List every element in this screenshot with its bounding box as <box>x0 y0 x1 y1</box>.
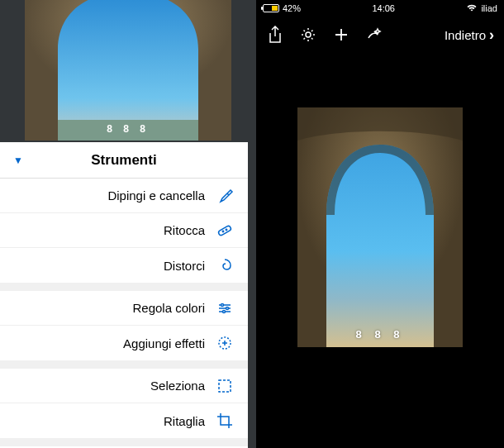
menu-item-add-effects[interactable]: Aggiungi effetti <box>0 326 248 360</box>
plus-icon[interactable] <box>332 26 350 44</box>
swirl-icon <box>215 255 235 275</box>
photo-canvas[interactable]: 8 8 8 <box>297 107 463 347</box>
chevron-right-icon: › <box>489 26 494 44</box>
top-toolbar: Indietro › <box>256 17 504 53</box>
svg-rect-11 <box>219 380 231 392</box>
svg-point-9 <box>223 310 226 312</box>
menu-item-paint[interactable]: Dipingi e cancella <box>0 179 248 213</box>
status-time: 14:06 <box>372 3 395 13</box>
menu-label: Aggiungi effetti <box>123 336 205 350</box>
crop-icon <box>215 411 235 431</box>
sliders-icon <box>215 298 235 318</box>
wifi-icon <box>466 2 478 14</box>
svg-point-7 <box>221 303 224 306</box>
sparkle-icon <box>215 333 235 353</box>
back-button[interactable]: Indietro › <box>445 26 494 44</box>
menu-item-adjust-colors[interactable]: Regola colori <box>0 291 248 326</box>
left-panel: 8 8 8 ▼ Strumenti Dipingi e cancella Rit… <box>0 0 248 448</box>
carrier-label: iliad <box>481 3 497 13</box>
sheet-header: ▼ Strumenti <box>0 142 248 179</box>
menu-item-select[interactable]: Seleziona <box>0 369 248 403</box>
menu-item-retouch[interactable]: Ritocca <box>0 213 248 248</box>
dropdown-arrow-icon[interactable]: ▼ <box>13 155 23 166</box>
bandage-icon <box>215 221 235 241</box>
menu-label: Distorci <box>164 259 205 273</box>
svg-point-0 <box>306 32 311 37</box>
menu-label: Ritaglia <box>164 414 205 428</box>
menu-label: Regola colori <box>132 301 205 315</box>
svg-rect-4 <box>218 225 232 236</box>
svg-point-6 <box>226 229 226 230</box>
preview-photo: 8 8 8 <box>25 0 231 141</box>
battery-percent: 42% <box>283 3 301 13</box>
sheet-title: Strumenti <box>91 152 156 169</box>
svg-point-5 <box>222 231 223 231</box>
menu-item-distort[interactable]: Distorci <box>0 248 248 283</box>
gear-icon[interactable] <box>299 26 317 44</box>
selection-icon <box>215 376 235 396</box>
menu-group-1: Dipingi e cancella Ritocca Distorci <box>0 179 248 283</box>
menu-label: Ritocca <box>164 223 205 237</box>
battery-icon <box>263 4 279 12</box>
menu-label: Seleziona <box>150 379 205 393</box>
menu-group-2: Regola colori Aggiungi effetti <box>0 291 248 360</box>
menu-label: Dipingi e cancella <box>107 188 205 203</box>
magic-icon[interactable] <box>365 26 383 44</box>
status-bar: 42% 14:06 iliad <box>256 0 504 17</box>
menu-item-crop[interactable]: Ritaglia <box>0 403 248 438</box>
watermark: 8 8 8 <box>356 328 405 341</box>
brush-icon <box>215 186 235 206</box>
tools-sheet: ▼ Strumenti Dipingi e cancella Ritocca D… <box>0 142 248 448</box>
menu-group-3: Seleziona Ritaglia <box>0 369 248 438</box>
svg-text:8 8 8: 8 8 8 <box>107 123 150 135</box>
app-main-view: 42% 14:06 iliad Indietro <box>256 0 504 448</box>
svg-point-8 <box>226 307 229 309</box>
back-label: Indietro <box>445 28 486 42</box>
share-icon[interactable] <box>266 26 284 44</box>
